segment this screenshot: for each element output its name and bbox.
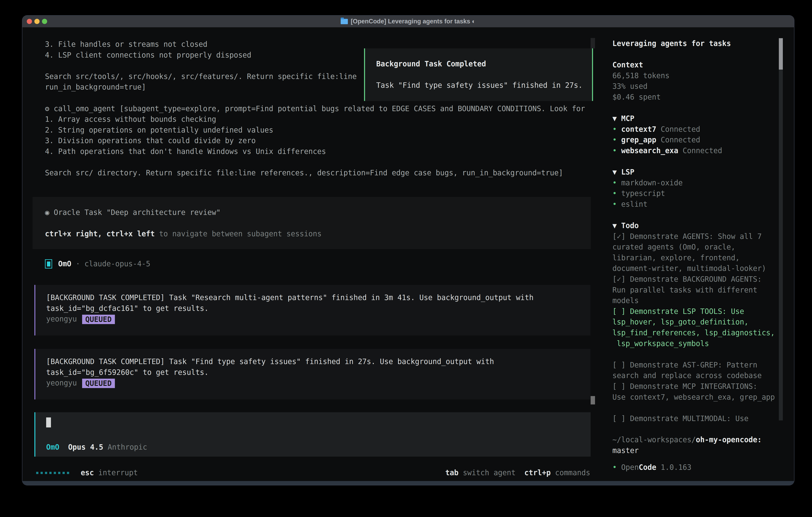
terminal-line: 66,518 tokens	[612, 71, 775, 81]
main-scrollbar-thumb[interactable]	[590, 396, 595, 404]
terminal-line: Use context7, websearch_exa, grep_app	[612, 392, 775, 403]
terminal-line: [ ] Demonstrate MCP INTEGRATIONS:	[612, 381, 775, 392]
text-segment: Connected	[656, 136, 700, 144]
terminal-line: [ ] Demonstrate AST-GREP: Pattern	[612, 360, 775, 371]
text-segment: Anthropic	[103, 443, 147, 452]
text-segment: task_id="bg_6f59260c" to get results.	[46, 368, 209, 377]
terminal-line: ▼ LSP	[612, 167, 775, 178]
text-segment: task_id="bg_dcfac161" to get results.	[46, 304, 209, 313]
terminal-line: 2. String operations on potentially unde…	[45, 125, 585, 136]
text-segment: ctrl+x right, ctrl+x left	[45, 229, 155, 238]
terminal-line: 4. Path operations that don't handle Win…	[45, 146, 585, 157]
text-segment: [BACKGROUND TASK COMPLETED] Task "Resear…	[46, 293, 533, 302]
text-segment: •	[612, 179, 621, 187]
terminal-line	[612, 349, 775, 360]
message-block-type-safety: [BACKGROUND TASK COMPLETED] Task "Find t…	[34, 349, 590, 400]
text-segment: •	[612, 189, 621, 198]
terminal-window: [OpenCode] Leveraging agents for tasks ◐…	[22, 16, 794, 485]
terminal-line	[45, 157, 585, 168]
text-segment: Context	[612, 61, 643, 69]
terminal-line: task_id="bg_dcfac161" to get results.	[46, 303, 590, 314]
terminal-line: 3. File handles or streams not closed	[45, 39, 585, 50]
text-segment: ⚙ call_omo_agent [subagent_type=explore,…	[45, 104, 585, 113]
terminal-line: search and replace across codebase	[612, 370, 775, 381]
text-segment: · claude-opus-4-5	[71, 260, 150, 268]
text-segment: [ ] Demonstrate AST-GREP: Pattern	[612, 361, 757, 369]
text-cursor	[46, 417, 51, 428]
window-title: [OpenCode] Leveraging agents for tasks ◐	[22, 16, 794, 27]
terminal-line: Run parallel tasks with different	[612, 285, 775, 296]
text-segment: [ ] Demonstrate LSP TOOLS: Use	[612, 307, 744, 316]
text-segment: 4. Path operations that don't handle Win…	[45, 147, 326, 156]
text-segment: eslint	[621, 200, 647, 209]
terminal-line: yeongyuQUEUED	[46, 378, 590, 388]
text-segment: lsp_workspace_symbols	[612, 339, 709, 348]
text-segment: $0.46 spent	[612, 93, 661, 101]
text-segment: lsp_find_references, lsp_diagnostics,	[612, 328, 775, 337]
terminal-content: 3. File handles or streams not closed4. …	[22, 27, 794, 481]
model-indicator: OmO Opus 4.5 Anthropic	[46, 442, 147, 453]
interrupt-hint: esc interrupt	[81, 467, 138, 478]
text-segment: •	[612, 125, 621, 134]
sidebar-scrollbar-thumb[interactable]	[779, 38, 783, 70]
main-scrollbar-track-segment[interactable]	[590, 38, 595, 48]
terminal-line: • typescript	[612, 188, 775, 199]
text-segment: [ ] Demonstrate MCP INTEGRATIONS:	[612, 382, 757, 391]
text-segment: interrupt	[94, 468, 138, 477]
text-segment: Connected	[656, 125, 700, 134]
terminal-line: ~/local-workspaces/oh-my-opencode:	[612, 434, 762, 445]
title-bar[interactable]: [OpenCode] Leveraging agents for tasks ◐	[22, 16, 794, 27]
workspace-path: ~/local-workspaces/oh-my-opencode:master	[612, 434, 762, 456]
terminal-line	[612, 156, 775, 167]
terminal-line: ▼ MCP	[612, 113, 775, 124]
terminal-line: [BACKGROUND TASK COMPLETED] Task "Find t…	[46, 356, 590, 367]
app-version: • OpenCode 1.0.163	[612, 462, 692, 473]
text-segment: ◉ Oracle Task "Deep architecture review"	[45, 208, 221, 217]
text-segment: Connected	[678, 146, 722, 155]
text-segment: OmO	[46, 443, 59, 452]
prompt-input[interactable]: OmO Opus 4.5 Anthropic	[34, 412, 590, 457]
terminal-line: ◉ Oracle Task "Deep architecture review"	[45, 207, 591, 218]
text-segment: oh-my-opencode:	[696, 435, 762, 444]
text-segment: Open	[621, 463, 639, 472]
text-segment: Search src/tools/, src/hooks/, src/featu…	[45, 72, 357, 81]
text-segment: markdown-oxide	[621, 179, 683, 187]
terminal-line: ▼ Todo	[612, 220, 775, 231]
text-segment: Run parallel tasks with different	[612, 286, 757, 294]
terminal-line: ctrl+x right, ctrl+x left to navigate be…	[45, 228, 591, 239]
status-left: esc interrupt	[36, 467, 138, 478]
text-segment: context7	[621, 125, 656, 134]
terminal-line: curated agents (OmO, oracle,	[612, 242, 775, 252]
status-badge: QUEUED	[82, 315, 115, 324]
text-segment: grep_app	[621, 136, 656, 144]
text-segment: Opus 4.5	[59, 443, 103, 452]
terminal-line: • websearch_exa Connected	[612, 145, 775, 156]
terminal-line	[612, 403, 775, 413]
sidebar-scrollbar-track[interactable]	[779, 38, 783, 420]
text-segment: lsp_hover, lsp_goto_definition,	[612, 318, 749, 326]
text-segment: switch agent	[459, 468, 516, 477]
terminal-line	[612, 49, 775, 60]
terminal-line: [ ] Demonstrate MULTIMODAL: Use	[612, 413, 775, 424]
text-segment: Background Task Completed	[376, 60, 486, 68]
terminal-line: [BACKGROUND TASK COMPLETED] Task "Resear…	[46, 292, 590, 303]
text-segment: Task "Find type safety issues" finished …	[376, 81, 583, 89]
text-segment: 2. String operations on potentially unde…	[45, 126, 273, 134]
text-segment: typescript	[621, 189, 665, 198]
terminal-line: lsp_workspace_symbols	[612, 338, 775, 349]
text-segment: models	[612, 296, 639, 305]
text-segment: ▼ Todo	[612, 221, 639, 230]
terminal-line: ⚙ call_omo_agent [subagent_type=explore,…	[45, 103, 585, 114]
keybind-hints: tab switch agent ctrl+p commands	[445, 467, 590, 478]
terminal-line	[376, 70, 588, 80]
text-segment: 66,518 tokens	[612, 71, 670, 80]
terminal-line: 33% used	[612, 81, 775, 92]
window-title-text: [OpenCode] Leveraging agents for tasks ◐	[351, 18, 475, 25]
terminal-line: yeongyuQUEUED	[46, 314, 590, 324]
text-segment: run_in_background=true]	[45, 83, 146, 91]
message-block-research-patterns: [BACKGROUND TASK COMPLETED] Task "Resear…	[34, 285, 590, 335]
terminal-line: [✓] Demonstrate AGENTS: Show all 7	[612, 231, 775, 242]
status-right: tab switch agent ctrl+p commands	[445, 467, 590, 478]
terminal-line: lsp_hover, lsp_goto_definition,	[612, 317, 775, 327]
text-segment: 33% used	[612, 82, 647, 90]
